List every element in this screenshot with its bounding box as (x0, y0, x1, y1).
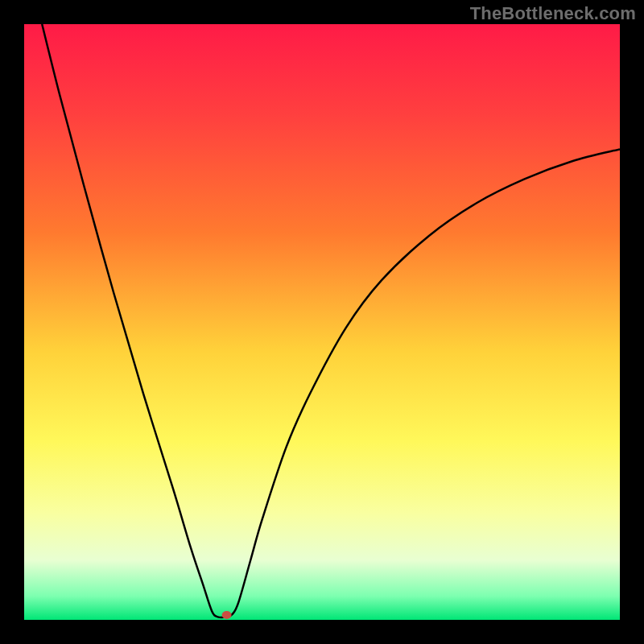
watermark-text: TheBottleneck.com (470, 3, 636, 24)
minimum-marker (222, 611, 232, 619)
plot-area (24, 24, 620, 620)
gradient-background (24, 24, 620, 620)
chart-svg (24, 24, 620, 620)
chart-frame: TheBottleneck.com (0, 0, 644, 644)
